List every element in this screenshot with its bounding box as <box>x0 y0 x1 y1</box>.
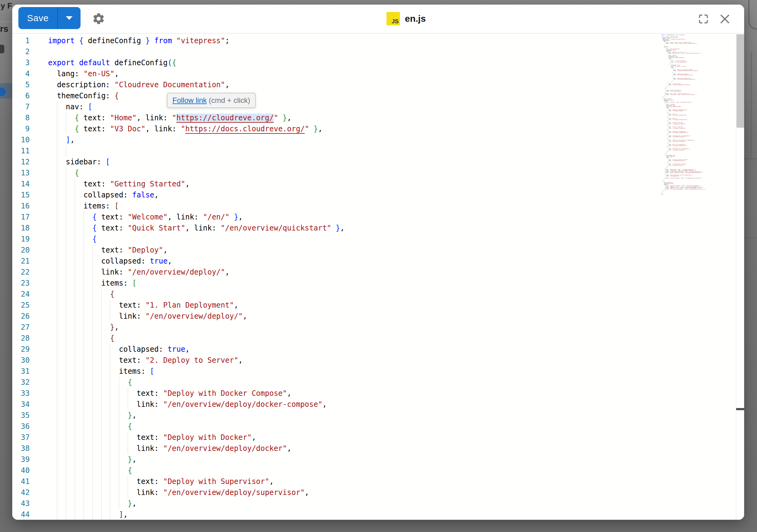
code-line[interactable]: { text: "V3 Doc", link: "https://docs.cl… <box>48 123 345 134</box>
code-line[interactable]: ], <box>48 134 345 145</box>
code-line[interactable]: collapsed: true, <box>48 255 345 267</box>
line-number: 5 <box>12 79 30 90</box>
code-line[interactable]: description: "Cloudreve Documentation", <box>48 79 345 90</box>
code-line[interactable]: { <box>48 421 345 432</box>
code-line[interactable]: items: [ <box>48 200 345 212</box>
indent-guide <box>66 355 66 366</box>
code-line[interactable]: link: "/en/overview/deploy/supervisor", <box>48 487 345 498</box>
indent-guide <box>57 509 57 520</box>
detected-link[interactable]: https://docs.cloudreve.org/ <box>185 125 305 134</box>
code-line[interactable]: }, <box>48 454 345 465</box>
indent-guide <box>57 498 57 509</box>
code-line[interactable]: text: "1. Plan Deployment", <box>48 300 345 311</box>
code-line[interactable]: { <box>48 167 345 178</box>
save-button[interactable]: Save <box>18 7 57 29</box>
indent-guide <box>110 366 110 377</box>
line-number: 40 <box>12 465 30 476</box>
indent-guide <box>75 443 75 454</box>
line-number: 33 <box>12 388 30 399</box>
indent-guide <box>66 212 66 222</box>
indent-guide <box>57 101 57 112</box>
code-line[interactable]: { <box>48 333 345 344</box>
detected-link[interactable]: https://cloudreve.org/ <box>176 114 274 123</box>
indent-guide <box>57 487 57 498</box>
line-number: 43 <box>12 498 30 509</box>
code-line[interactable]: text: "Deploy", <box>48 245 345 255</box>
line-number: 11 <box>12 145 30 157</box>
line-number: 41 <box>12 476 30 487</box>
indent-guide <box>119 498 119 509</box>
indent-guide <box>75 399 75 410</box>
code-line[interactable]: { text: "Welcome", link: "/en/" }, <box>48 212 345 222</box>
code-line[interactable]: { <box>48 289 345 300</box>
indent-guide <box>66 289 66 300</box>
indent-guide <box>75 498 75 509</box>
vertical-scrollbar[interactable] <box>736 34 744 520</box>
code-line[interactable] <box>48 46 345 57</box>
indent-guide <box>101 388 102 399</box>
indent-guide <box>92 454 93 465</box>
fullscreen-button[interactable] <box>698 13 709 25</box>
code-line[interactable]: link: "/en/overview/deploy/docker-compos… <box>48 399 345 410</box>
line-number: 15 <box>12 190 30 200</box>
indent-guide <box>75 311 75 322</box>
code-line[interactable]: }, <box>48 410 345 421</box>
indent-guide <box>119 388 119 399</box>
code-line[interactable]: collapsed: false, <box>48 190 345 200</box>
backdrop-card-corner <box>748 0 757 29</box>
indent-guide <box>66 366 66 377</box>
code-line[interactable]: { text: "Home", link: "https://cloudreve… <box>48 112 345 123</box>
code-line[interactable]: }, <box>48 498 345 509</box>
code-line[interactable]: ], <box>48 509 345 520</box>
code-line[interactable]: link: "/en/overview/deploy/", <box>48 267 345 278</box>
code-line[interactable]: }, <box>48 322 345 333</box>
indent-guide <box>101 311 102 322</box>
indent-guide <box>66 509 66 520</box>
code-line[interactable]: export default defineConfig({ <box>48 57 345 68</box>
line-number: 23 <box>12 278 30 289</box>
code-line[interactable]: { <box>48 234 345 245</box>
line-number: 12 <box>12 157 30 167</box>
code-line[interactable]: { <box>48 465 345 476</box>
indent-guide <box>92 344 93 355</box>
code-line[interactable]: sidebar: [ <box>48 157 345 167</box>
code-editor[interactable]: 1234567891011121314151617181920212223242… <box>12 34 744 520</box>
code-line[interactable]: text: "2. Deploy to Server", <box>48 355 345 366</box>
code-line[interactable]: { <box>48 377 345 388</box>
fullscreen-icon <box>698 13 709 25</box>
follow-link-button[interactable]: Follow link <box>172 96 207 104</box>
indent-guide <box>57 388 57 399</box>
indent-guide <box>57 322 57 333</box>
code-line[interactable]: text: "Deploy with Docker Compose", <box>48 388 345 399</box>
save-dropdown-button[interactable] <box>58 7 80 29</box>
scrollbar-thumb[interactable] <box>737 34 744 128</box>
code-line[interactable]: { text: "Quick Start", link: "/en/overvi… <box>48 222 345 234</box>
code-line[interactable]: items: [ <box>48 366 345 377</box>
indent-guide <box>57 421 57 432</box>
code-line[interactable]: items: [ <box>48 278 345 289</box>
code-line[interactable]: link: "/en/overview/deploy/", <box>48 311 345 322</box>
indent-guide <box>75 344 75 355</box>
code-line[interactable]: text: "Deploy with Docker", <box>48 432 345 443</box>
code-line[interactable]: text: "Getting Started", <box>48 178 345 190</box>
code-line[interactable] <box>48 145 345 157</box>
indent-guide <box>110 465 110 476</box>
line-number: 4 <box>12 68 30 79</box>
code-line[interactable]: import { defineConfig } from "vitepress"… <box>48 35 345 46</box>
close-button[interactable] <box>718 13 731 25</box>
indent-guide <box>66 410 66 421</box>
minimap[interactable]: import { defineConfig } from "vitepress"… <box>661 35 736 195</box>
gear-icon <box>92 12 106 25</box>
indent-guide <box>92 377 93 388</box>
code-line[interactable]: collapsed: true, <box>48 344 345 355</box>
code-line[interactable]: text: "Deploy with Supervisor", <box>48 476 345 487</box>
indent-guide <box>57 278 57 289</box>
code-line[interactable]: lang: "en-US", <box>48 68 345 79</box>
code-line[interactable]: link: "/en/overview/deploy/docker", <box>48 443 345 454</box>
indent-guide <box>92 388 93 399</box>
indent-guide <box>128 443 128 454</box>
indent-guide <box>101 289 102 300</box>
indent-guide <box>66 487 66 498</box>
line-number: 3 <box>12 57 30 68</box>
settings-button[interactable] <box>92 12 106 25</box>
